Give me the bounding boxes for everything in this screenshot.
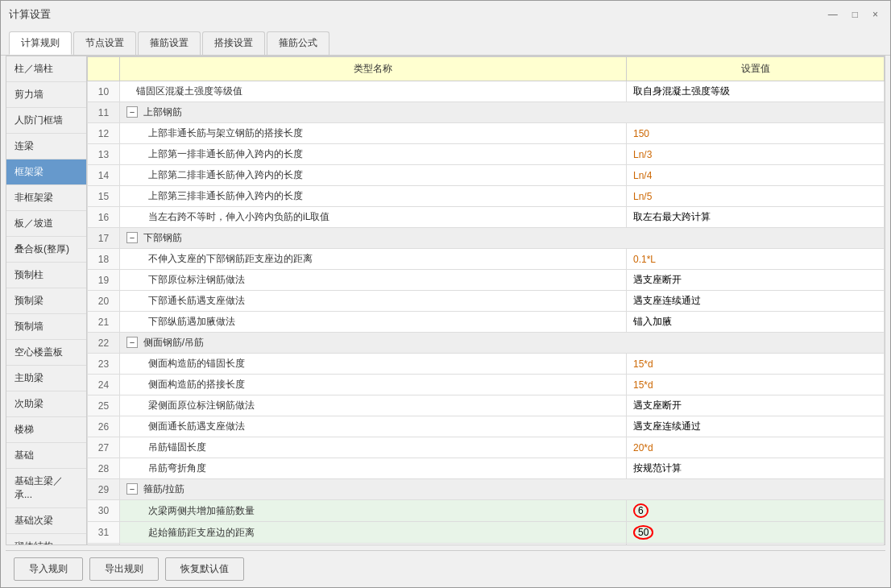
row-value[interactable]: 0.1*L [627, 249, 885, 270]
row-label: 下部通长筋遇支座做法 [120, 291, 627, 312]
row-num: 21 [88, 312, 120, 333]
row-value[interactable]: 锚入加腋 [627, 312, 885, 333]
row-label: 上部第二排非通长筋伸入跨内的长度 [120, 165, 627, 186]
row-value[interactable]: 遇支座断开 [627, 270, 885, 291]
row-value[interactable]: 20*d [627, 437, 885, 458]
table-row: 31 起始箍筋距支座边的距离 50 [88, 522, 885, 544]
row-num: 15 [88, 186, 120, 207]
orange-value: 150 [633, 128, 649, 139]
row-label: 当左右跨不等时，伸入小跨内负筋的iL取值 [120, 207, 627, 228]
col-value-header: 设置值 [627, 57, 885, 81]
settings-table: 类型名称 设置值 10 锚固区混凝土强度等级值 取自身混凝土强度等级 11 − … [87, 56, 885, 545]
row-label: 侧面构造筋的搭接长度 [120, 375, 627, 395]
row-value[interactable]: 取左右最大跨计算 [627, 207, 885, 228]
row-value[interactable]: Ln/3 [627, 144, 885, 165]
collapse-button[interactable]: − [126, 106, 138, 118]
row-value[interactable]: 按规范计算 [627, 458, 885, 479]
table-row: 14 上部第二排非通长筋伸入跨内的长度 Ln/4 [88, 165, 885, 186]
row-value[interactable]: 遇支座连续通过 [627, 416, 885, 437]
sidebar-item-5[interactable]: 非框架梁 [6, 185, 86, 211]
table-row: 24 侧面构造筋的搭接长度 15*d [88, 375, 885, 395]
row-num: 22 [88, 333, 120, 354]
row-value[interactable]: 取自身混凝土强度等级 [627, 81, 885, 102]
collapse-button[interactable]: − [126, 483, 138, 495]
sidebar-item-11[interactable]: 空心楼盖板 [6, 340, 86, 366]
sidebar-item-9[interactable]: 预制梁 [6, 288, 86, 314]
export-rules-button[interactable]: 导出规则 [89, 557, 159, 581]
sidebar-item-10[interactable]: 预制墙 [6, 314, 86, 340]
row-label: 锚固区混凝土强度等级值 [120, 81, 627, 102]
row-value[interactable]: 150 [627, 123, 885, 144]
tab-bar: 计算规则 节点设置 箍筋设置 搭接设置 箍筋公式 [1, 28, 890, 56]
row-num: 31 [88, 522, 120, 544]
row-label: 下部原位标注钢筋做法 [120, 270, 627, 291]
sidebar-item-7[interactable]: 叠合板(整厚) [6, 237, 86, 263]
row-value[interactable]: 遇支座断开 [627, 395, 885, 416]
sidebar-item-13[interactable]: 次助梁 [6, 391, 86, 417]
table-row: 16 当左右跨不等时，伸入小跨内负筋的iL取值 取左右最大跨计算 [88, 207, 885, 228]
row-num: 13 [88, 144, 120, 165]
row-value[interactable]: 6 [627, 500, 885, 522]
table-area: 类型名称 设置值 10 锚固区混凝土强度等级值 取自身混凝土强度等级 11 − … [87, 56, 885, 545]
row-num: 26 [88, 416, 120, 437]
tab-calc-rules[interactable]: 计算规则 [9, 31, 72, 55]
row-value[interactable]: Ln/5 [627, 186, 885, 207]
section-label: − 箍筋/拉筋 [120, 479, 885, 500]
row-value[interactable]: Ln/4 [627, 165, 885, 186]
sidebar-item-18[interactable]: 砌体结构 [6, 534, 86, 545]
sidebar-item-12[interactable]: 主助梁 [6, 366, 86, 391]
row-value[interactable]: 50 [627, 522, 885, 544]
sidebar-item-16[interactable]: 基础主梁／承... [6, 469, 86, 508]
table-row: 21 下部纵筋遇加腋做法 锚入加腋 [88, 312, 885, 333]
row-label: 吊筋锚固长度 [120, 437, 627, 458]
row-num: 20 [88, 291, 120, 312]
row-label: 起始箍筋距支座边的距离 [120, 522, 627, 544]
table-row: 23 侧面构造筋的锚固长度 15*d [88, 354, 885, 375]
sidebar-item-1[interactable]: 剪力墙 [6, 82, 86, 108]
orange-value: 20*d [633, 442, 653, 453]
collapse-button[interactable]: − [126, 232, 138, 243]
restore-defaults-button[interactable]: 恢复默认值 [165, 557, 244, 581]
minimize-button[interactable]: — [824, 9, 842, 20]
row-label: 侧面构造筋的锚固长度 [120, 354, 627, 375]
tab-node-settings[interactable]: 节点设置 [73, 31, 136, 55]
row-value[interactable]: 遇支座连续通过 [627, 291, 885, 312]
row-label: 梁侧面原位标注钢筋做法 [120, 395, 627, 416]
sidebar-item-14[interactable]: 楼梯 [6, 417, 86, 443]
row-num: 32 [88, 544, 120, 545]
sidebar-item-3[interactable]: 连梁 [6, 134, 86, 159]
circled-value: 6 [633, 503, 649, 518]
sidebar-item-17[interactable]: 基础次梁 [6, 508, 86, 534]
sidebar-item-2[interactable]: 人防门框墙 [6, 108, 86, 134]
row-num: 18 [88, 249, 120, 270]
row-value[interactable]: 15*d [627, 354, 885, 375]
tab-stirrup-formula[interactable]: 箍筋公式 [267, 31, 329, 55]
sidebar-item-15[interactable]: 基础 [6, 443, 86, 469]
table-row: 30 次梁两侧共增加箍筋数量 6 [88, 500, 885, 522]
row-label: 上部非通长筋与架立钢筋的搭接长度 [120, 123, 627, 144]
sidebar-item-4[interactable]: 框架梁 [6, 159, 86, 185]
row-num: 17 [88, 228, 120, 249]
row-value[interactable]: 否 [627, 544, 885, 545]
tab-stirrup-settings[interactable]: 箍筋设置 [138, 31, 201, 55]
import-rules-button[interactable]: 导入规则 [14, 557, 83, 581]
sidebar-item-6[interactable]: 板／坡道 [6, 211, 86, 237]
row-num: 19 [88, 270, 120, 291]
row-num: 10 [88, 81, 120, 102]
orange-value: 15*d [633, 379, 653, 391]
tab-splice-settings[interactable]: 搭接设置 [202, 31, 265, 55]
section-label: − 侧面钢筋/吊筋 [120, 333, 885, 354]
row-num: 14 [88, 165, 120, 186]
circled-value: 50 [633, 525, 653, 540]
row-num: 25 [88, 395, 120, 416]
row-label: 上部第一排非通长筋伸入跨内的长度 [120, 144, 627, 165]
row-value[interactable]: 15*d [627, 375, 885, 395]
collapse-button[interactable]: − [126, 337, 138, 348]
maximize-button[interactable]: □ [848, 9, 862, 20]
row-num: 12 [88, 123, 120, 144]
sidebar-item-8[interactable]: 预制柱 [6, 263, 86, 288]
close-button[interactable]: × [868, 9, 882, 20]
orange-value: Ln/4 [633, 170, 652, 181]
sidebar-item-0[interactable]: 柱／墙柱 [6, 56, 86, 82]
row-num: 23 [88, 354, 120, 375]
